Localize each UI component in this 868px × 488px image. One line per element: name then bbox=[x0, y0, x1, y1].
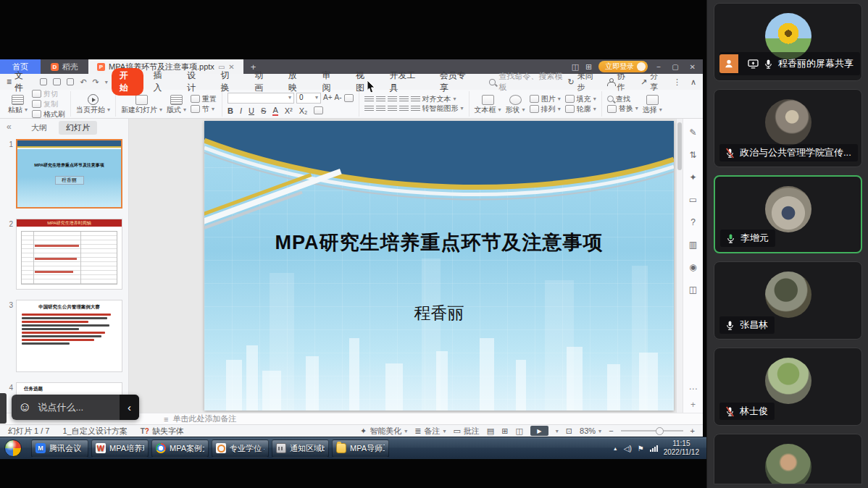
undo-icon[interactable]: ↶ bbox=[78, 77, 88, 87]
volume-icon[interactable]: ◁) bbox=[624, 445, 632, 453]
redo-icon[interactable]: ↷ bbox=[91, 77, 101, 87]
view-sorter-icon[interactable]: ⊞ bbox=[501, 426, 508, 436]
quickbar-dropdown-icon[interactable]: ▾ bbox=[103, 79, 110, 85]
play-from-current-button[interactable]: 当页开始▾ bbox=[76, 94, 110, 114]
missing-font-warning[interactable]: T? 缺失字体 bbox=[141, 426, 184, 437]
command-search[interactable]: 查找命令、搜索模板 bbox=[489, 71, 566, 93]
properties-icon[interactable]: ⇅ bbox=[689, 150, 696, 160]
design-scheme[interactable]: 1_自定义设计方案 bbox=[62, 426, 127, 437]
align-text-button[interactable]: 对齐文本▾ bbox=[422, 96, 456, 103]
taskbar-item-wps[interactable]: W MPA培养环... bbox=[91, 439, 149, 458]
participant-tile-3[interactable]: 李增元 bbox=[714, 175, 862, 253]
minimize-button[interactable]: − bbox=[654, 63, 663, 71]
more-menu-icon[interactable]: ⋮ bbox=[673, 77, 681, 87]
layout-button[interactable]: 版式▾ bbox=[167, 95, 186, 114]
strip-add-icon[interactable]: + bbox=[690, 400, 696, 410]
menu-tab-animation[interactable]: 动画 bbox=[246, 68, 279, 96]
outline-button[interactable]: 轮廓▾ bbox=[565, 105, 596, 113]
zoom-level[interactable]: 83%▾ bbox=[580, 426, 601, 435]
network-signal-icon[interactable] bbox=[650, 445, 658, 452]
menu-tab-slideshow[interactable]: 放映 bbox=[280, 68, 313, 96]
arrange-button[interactable]: 排列▾ bbox=[530, 105, 561, 113]
participant-tile-5[interactable]: 林士俊 bbox=[714, 348, 862, 426]
view-reading-icon[interactable]: ◫ bbox=[515, 426, 522, 436]
participant-tile-4[interactable]: 张昌林 bbox=[714, 261, 862, 340]
menu-tab-design[interactable]: 设计 bbox=[179, 68, 212, 96]
quick-edit-icon[interactable]: ✎ bbox=[689, 127, 696, 138]
justify-icon[interactable] bbox=[399, 106, 409, 112]
restore-button[interactable]: ▢ bbox=[669, 63, 680, 71]
inspiration-icon[interactable]: ◉ bbox=[689, 262, 696, 272]
fit-window-icon[interactable]: ⊡ bbox=[566, 426, 572, 436]
share-button[interactable]: ↗分享 bbox=[640, 71, 664, 93]
to-smartart-button[interactable]: 转智能图形▾ bbox=[422, 105, 464, 112]
find-button[interactable]: 查找 bbox=[607, 96, 638, 103]
tab-slides[interactable]: 幻灯片 bbox=[59, 121, 97, 135]
meeting-chat-bar[interactable]: ☺ 说点什么... ‹ bbox=[12, 395, 139, 420]
zoom-slider[interactable] bbox=[621, 430, 683, 432]
menu-tab-transition[interactable]: 切换 bbox=[213, 68, 246, 96]
view-normal-icon[interactable]: ▤ bbox=[487, 426, 494, 436]
comment-panel-icon[interactable]: ▭ bbox=[689, 195, 697, 205]
emoji-icon[interactable]: ☺ bbox=[18, 400, 31, 415]
tray-expand-icon[interactable]: ▲ bbox=[613, 446, 618, 451]
bullets-icon[interactable] bbox=[364, 96, 374, 103]
collapse-chat-button[interactable]: ‹ bbox=[120, 395, 139, 420]
taskbar-clock[interactable]: 11:15 2022/11/12 bbox=[664, 439, 699, 457]
slide-thumbnail-2[interactable]: MPA研究生培养时间轴 bbox=[16, 219, 122, 290]
beautify-icon[interactable]: ✦ bbox=[689, 172, 696, 182]
menu-tab-member[interactable]: 会员专享 bbox=[432, 68, 480, 96]
scrollbar-thumb[interactable] bbox=[677, 122, 682, 170]
start-button[interactable] bbox=[4, 439, 22, 457]
increase-indent-icon[interactable] bbox=[399, 96, 409, 103]
tab-outline[interactable]: 大纲 bbox=[31, 122, 47, 133]
cut-button[interactable]: 剪切 bbox=[32, 90, 65, 98]
shapes-button[interactable]: 形状▾ bbox=[506, 95, 525, 114]
current-slide[interactable]: MPA研究生培养重点环节及注意事项 程香丽 bbox=[204, 121, 674, 411]
section-button[interactable]: 节▾ bbox=[191, 105, 217, 113]
subscript-button[interactable]: X₂ bbox=[299, 106, 308, 115]
strikethrough-button[interactable]: S bbox=[261, 106, 266, 115]
zoom-in-icon[interactable]: + bbox=[690, 426, 695, 435]
decrease-indent-icon[interactable] bbox=[388, 96, 397, 103]
superscript-button[interactable]: X² bbox=[285, 106, 293, 115]
underline-button[interactable]: U bbox=[249, 106, 254, 115]
zoom-out-icon[interactable]: − bbox=[609, 426, 613, 435]
slide-canvas[interactable]: MPA研究生培养重点环节及注意事项 程香丽 bbox=[129, 119, 676, 413]
taskbar-item-chrome[interactable]: MPA案例大... bbox=[151, 439, 209, 458]
paste-button[interactable]: 粘贴▾ bbox=[8, 95, 28, 114]
export-icon[interactable]: ▥ bbox=[689, 240, 697, 250]
taskbar-item-tencent-meeting[interactable]: M 腾讯会议 bbox=[31, 439, 88, 458]
highlight-icon[interactable] bbox=[314, 106, 323, 114]
new-slide-button[interactable]: 新建幻灯片▾ bbox=[121, 95, 162, 114]
beautify-button[interactable]: ✦智能美化▾ bbox=[360, 426, 407, 437]
collaborate-button[interactable]: 协作 bbox=[607, 71, 631, 93]
align-center-icon[interactable] bbox=[376, 106, 385, 112]
chat-input[interactable]: 说点什么... bbox=[38, 401, 120, 414]
menu-tab-devtools[interactable]: 开发工具 bbox=[382, 68, 430, 96]
collapse-ribbon-icon[interactable]: ∧ bbox=[690, 77, 696, 87]
fill-button[interactable]: 填充▾ bbox=[565, 95, 596, 103]
strip-more-icon[interactable]: ⋯ bbox=[689, 384, 698, 394]
zoom-slider-knob[interactable] bbox=[656, 427, 664, 435]
picture-button[interactable]: 图片▾ bbox=[530, 95, 561, 103]
slideshow-play-button[interactable]: ▶ bbox=[530, 426, 548, 436]
participant-tile-2[interactable]: 政治与公共管理学院宣传... bbox=[714, 89, 862, 167]
canvas-scrollbar[interactable] bbox=[676, 119, 683, 413]
align-right-icon[interactable] bbox=[388, 106, 397, 112]
taskbar-item-folder[interactable]: MPA导师工... bbox=[332, 439, 389, 458]
slide-thumbnail-1[interactable]: MPA研究生培养重点环节及注意事项 程香丽 bbox=[16, 139, 122, 209]
bold-button[interactable]: B bbox=[228, 106, 233, 115]
save-icon[interactable] bbox=[40, 78, 47, 85]
participant-tile-6[interactable] bbox=[714, 434, 862, 484]
reset-button[interactable]: 重置 bbox=[191, 95, 217, 103]
taskbar-item-notify-tool[interactable]: 通知区域bk bbox=[272, 439, 329, 458]
split-view-icon[interactable]: ◫ bbox=[572, 62, 579, 72]
reading-icon[interactable]: ◫ bbox=[689, 285, 697, 295]
line-spacing-icon[interactable] bbox=[411, 106, 420, 112]
help-icon[interactable]: ? bbox=[690, 217, 696, 227]
format-painter-button[interactable]: 格式刷 bbox=[32, 110, 65, 118]
preview-icon[interactable] bbox=[67, 78, 74, 85]
play-options-icon[interactable]: ▾ bbox=[556, 428, 559, 434]
numbering-icon[interactable] bbox=[376, 96, 385, 103]
